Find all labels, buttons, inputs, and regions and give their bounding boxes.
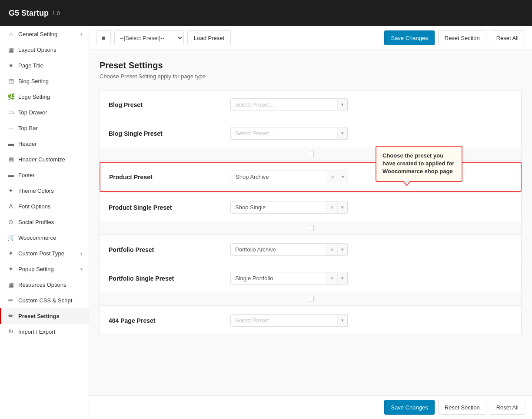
sidebar-item-label-popup-setting: Popup Setting <box>18 266 80 272</box>
load-preset-button[interactable]: Load Preset <box>187 30 231 45</box>
font-options-icon: A <box>7 203 14 210</box>
setting-label-product-single-preset: Product Single Preset <box>109 204 230 211</box>
sidebar-item-theme-colors[interactable]: ✦Theme Colors <box>0 183 89 198</box>
select-value-404-page-preset[interactable]: Select Preset... <box>231 315 337 326</box>
import-export-icon: ↻ <box>7 328 14 335</box>
select-arrow-blog-preset[interactable]: ▾ <box>337 99 347 110</box>
select-clear-product-single-preset[interactable]: × <box>326 201 337 213</box>
sidebar-item-social-profiles[interactable]: ⊙Social Profiles <box>0 214 89 230</box>
custom-css-script-icon: ✏ <box>7 297 14 304</box>
save-changes-button[interactable]: Save Changes <box>384 30 434 45</box>
app-layout: ⌂General Setting▾▦Layout Options★Page Ti… <box>0 26 532 419</box>
select-arrow-404-page-preset[interactable]: ▾ <box>337 315 347 326</box>
popup-setting-chevron-icon: ▾ <box>80 267 83 272</box>
select-wrap-portfolio-preset: Portfolio Archive×▾ <box>230 243 348 256</box>
bottom-reset-section-button[interactable]: Reset Section <box>438 400 486 415</box>
select-arrow-product-single-preset[interactable]: ▾ <box>337 202 347 213</box>
sidebar-item-popup-setting[interactable]: ✦Popup Setting▾ <box>0 261 89 277</box>
select-arrow-blog-single-preset[interactable]: ▾ <box>337 128 347 139</box>
select-value-product-single-preset[interactable]: Shop Single <box>231 201 326 213</box>
sidebar-item-resources-options[interactable]: ▦Resources Options <box>0 277 89 292</box>
top-drawer-icon: ▭ <box>7 109 14 116</box>
divider-checkbox[interactable] <box>308 151 314 157</box>
sidebar-item-label-footer: Footer <box>18 172 83 178</box>
sidebar-item-footer[interactable]: ▬Footer <box>0 167 89 183</box>
sidebar-item-logo-setting[interactable]: 🌿Logo Setting <box>0 89 89 104</box>
sidebar-item-font-options[interactable]: AFont Options <box>0 198 89 214</box>
header-icon: ▬ <box>7 140 14 147</box>
sidebar-item-blog-setting[interactable]: ▤Blog Setting <box>0 73 89 89</box>
theme-colors-icon: ✦ <box>7 187 14 194</box>
reset-all-button[interactable]: Reset All <box>490 30 525 45</box>
app-version: 1.0 <box>52 10 60 17</box>
sidebar-item-page-title[interactable]: ★Page Title <box>0 57 89 73</box>
sidebar-item-label-blog-setting: Blog Setting <box>18 78 83 84</box>
settings-container: Blog PresetSelect Preset...▾Blog Single … <box>100 90 522 335</box>
sidebar-item-label-import-export: Import / Export <box>18 328 83 335</box>
setting-label-product-preset: Product Preset <box>109 174 231 181</box>
select-clear-product-preset[interactable]: × <box>327 171 338 183</box>
select-arrow-product-preset[interactable]: ▾ <box>338 171 348 182</box>
app-title: G5 Startup <box>9 9 49 18</box>
setting-label-blog-single-preset: Blog Single Preset <box>109 130 230 137</box>
divider-checkbox[interactable] <box>308 296 314 302</box>
select-wrap-product-single-preset: Shop Single×▾ <box>230 201 348 214</box>
grid-icon-button[interactable]: ■ <box>96 30 111 45</box>
sidebar-item-layout-options[interactable]: ▦Layout Options <box>0 42 89 57</box>
toolbar-right: Save Changes Reset Section Reset All <box>384 30 525 45</box>
sidebar-item-custom-post-type[interactable]: ✦Custom Post Type▾ <box>0 245 89 261</box>
select-value-portfolio-preset[interactable]: Portfolio Archive <box>231 244 326 255</box>
woocommerce-icon: 🛒 <box>7 234 14 241</box>
general-setting-icon: ⌂ <box>7 30 14 37</box>
setting-row-portfolio-single-preset: Portfolio Single PresetSingle Portfolio×… <box>100 264 522 292</box>
select-value-blog-preset[interactable]: Select Preset... <box>231 99 337 111</box>
select-clear-portfolio-preset[interactable]: × <box>326 244 337 255</box>
toolbar: ■ --[Select Preset]-- Load Preset Save C… <box>89 26 532 50</box>
sidebar-item-top-drawer[interactable]: ▭Top Drawer <box>0 104 89 120</box>
setting-control-portfolio-preset: Portfolio Archive×▾ <box>230 243 512 256</box>
setting-label-portfolio-single-preset: Portfolio Single Preset <box>109 275 230 282</box>
select-value-portfolio-single-preset[interactable]: Single Portfolio <box>231 272 326 284</box>
sidebar-item-label-logo-setting: Logo Setting <box>18 94 83 100</box>
blog-setting-icon: ▤ <box>7 77 14 84</box>
bottom-save-changes-button[interactable]: Save Changes <box>384 400 434 415</box>
select-value-blog-single-preset[interactable]: Select Preset... <box>231 127 337 139</box>
select-value-product-preset[interactable]: Shop Archive <box>231 171 327 183</box>
select-wrap-product-preset: Shop Archive×▾ <box>231 171 348 183</box>
sidebar-item-import-export[interactable]: ↻Import / Export <box>0 324 89 339</box>
divider-checkbox[interactable] <box>308 225 314 231</box>
setting-control-blog-single-preset: Select Preset...▾ <box>230 127 512 140</box>
select-clear-portfolio-single-preset[interactable]: × <box>326 272 337 284</box>
sidebar-item-woocommerce[interactable]: 🛒Woocommerce <box>0 230 89 245</box>
preset-select[interactable]: --[Select Preset]-- <box>114 30 184 45</box>
bottom-reset-all-button[interactable]: Reset All <box>490 400 525 415</box>
sidebar-item-header[interactable]: ▬Header <box>0 136 89 151</box>
page-title-icon: ★ <box>7 62 14 69</box>
custom-post-type-icon: ✦ <box>7 250 14 257</box>
setting-label-blog-preset: Blog Preset <box>109 101 230 108</box>
sidebar-item-label-custom-post-type: Custom Post Type <box>18 250 80 257</box>
sidebar-item-header-customize[interactable]: ▤Header Customize <box>0 151 89 167</box>
logo-setting-icon: 🌿 <box>7 93 14 100</box>
popup-setting-icon: ✦ <box>7 265 14 272</box>
select-wrap-404-page-preset: Select Preset...▾ <box>230 314 348 327</box>
setting-row-blog-single-preset: Blog Single PresetSelect Preset...▾ <box>100 119 522 147</box>
sidebar-item-preset-settings[interactable]: ✏Preset Settings <box>0 308 89 324</box>
bottom-bar: Save Changes Reset Section Reset All <box>89 395 532 419</box>
sidebar-item-top-bar[interactable]: ─Top Bar <box>0 120 89 136</box>
sidebar-item-label-top-bar: Top Bar <box>18 125 83 131</box>
sidebar-item-label-font-options: Font Options <box>18 203 83 210</box>
sidebar-item-label-general-setting: General Setting <box>18 31 80 37</box>
setting-label-portfolio-preset: Portfolio Preset <box>109 246 230 253</box>
select-arrow-portfolio-preset[interactable]: ▾ <box>337 244 347 255</box>
sidebar-item-label-top-drawer: Top Drawer <box>18 109 83 116</box>
setting-control-portfolio-single-preset: Single Portfolio×▾ <box>230 272 512 285</box>
tooltip-text: Choose the preset you have created to ap… <box>382 152 454 174</box>
setting-row-404-page-preset: 404 Page PresetSelect Preset...▾ <box>100 306 522 335</box>
setting-control-product-single-preset: Shop Single×▾ <box>230 201 512 214</box>
select-arrow-portfolio-single-preset[interactable]: ▾ <box>337 273 347 284</box>
sidebar-item-general-setting[interactable]: ⌂General Setting▾ <box>0 26 89 42</box>
reset-section-button[interactable]: Reset Section <box>438 30 486 45</box>
sidebar-item-custom-css-script[interactable]: ✏Custom CSS & Script <box>0 292 89 308</box>
setting-control-product-preset: Shop Archive×▾ <box>231 171 512 183</box>
